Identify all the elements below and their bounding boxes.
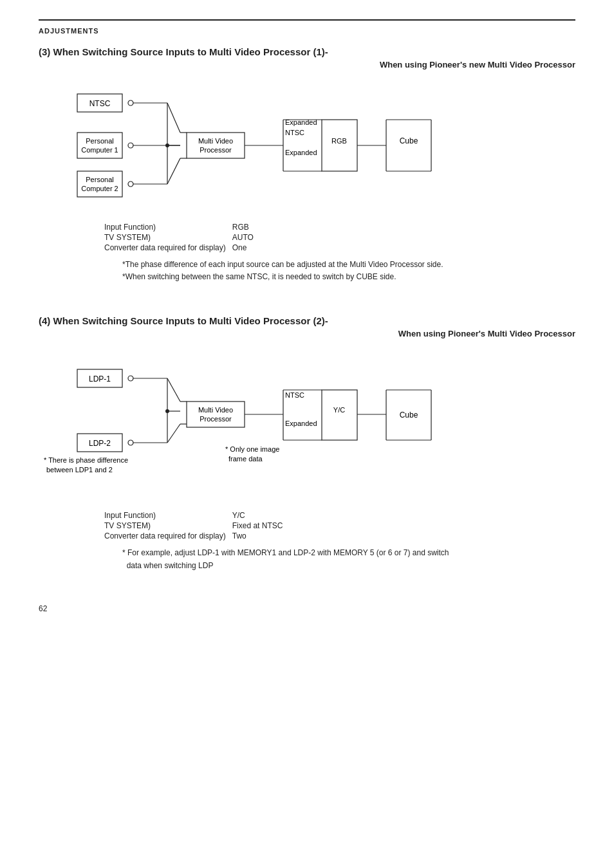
svg-text:Expanded: Expanded	[285, 149, 317, 156]
section4-subtitle: When using Pioneer's Multi Video Process…	[39, 329, 575, 338]
svg-text:Computer 2: Computer 2	[81, 185, 118, 192]
svg-text:frame data: frame data	[228, 455, 263, 463]
svg-text:Multi Video: Multi Video	[198, 406, 233, 414]
section3-info-table: Input Function) RGB TV SYSTEM) AUTO Conv…	[103, 221, 255, 254]
info-label-1: Input Function)	[104, 223, 231, 232]
page-section-label: ADJUSTMENTS	[39, 27, 575, 35]
svg-text:Processor: Processor	[200, 146, 232, 154]
info-label-3: Converter data required for display)	[104, 243, 231, 252]
svg-line-53	[167, 378, 180, 402]
page-number: 62	[39, 604, 575, 613]
svg-rect-57	[187, 402, 245, 427]
svg-text:NTSC: NTSC	[89, 99, 111, 108]
svg-text:Multi Video: Multi Video	[198, 137, 233, 145]
svg-rect-2	[77, 133, 122, 158]
section3-diagram: NTSC Personal Computer 1 Personal Comput…	[39, 81, 575, 210]
info-value-3: One	[232, 243, 254, 252]
svg-text:NTSC: NTSC	[285, 391, 304, 399]
svg-text:Personal: Personal	[86, 137, 113, 145]
info4-label-1: Input Function)	[104, 511, 231, 520]
section4-container: (4) When Switching Source Inputs to Mult…	[39, 315, 575, 571]
svg-line-55	[167, 424, 180, 443]
info4-value-2: Fixed at NTSC	[232, 521, 283, 530]
info4-label-3: Converter data required for display)	[104, 531, 231, 540]
svg-text:LDP-1: LDP-1	[89, 374, 111, 383]
section3-svg: NTSC Personal Computer 1 Personal Comput…	[39, 81, 489, 210]
svg-point-8	[128, 100, 133, 106]
section4-info-table: Input Function) Y/C TV SYSTEM) Fixed at …	[103, 510, 284, 542]
info4-value-3: Two	[232, 531, 283, 540]
section3-note-1: *The phase difference of each input sour…	[122, 259, 575, 271]
svg-text:Cube: Cube	[400, 411, 418, 420]
svg-text:LDP-2: LDP-2	[89, 439, 111, 448]
svg-point-48	[128, 440, 133, 445]
section3-note-2: *When switching between the same NTSC, i…	[122, 271, 575, 283]
svg-rect-5	[77, 171, 122, 197]
svg-text:RGB: RGB	[331, 137, 347, 145]
svg-text:* Only one image: * Only one image	[225, 445, 279, 453]
svg-text:between LDP1 and 2: between LDP1 and 2	[46, 466, 113, 474]
section3-subtitle: When using Pioneer's new Multi Video Pro…	[39, 60, 575, 69]
svg-rect-29	[322, 120, 357, 171]
svg-point-45	[128, 376, 133, 381]
svg-text:Cube: Cube	[400, 136, 418, 145]
svg-text:Y/C: Y/C	[333, 406, 345, 414]
section4-svg: LDP-1 LDP-2 Multi Video Processor	[39, 350, 489, 498]
info4-label-2: TV SYSTEM)	[104, 521, 231, 530]
section3-title: (3) When Switching Source Inputs to Mult…	[39, 46, 575, 57]
section4-title: (4) When Switching Source Inputs to Mult…	[39, 315, 575, 326]
svg-text:* There is phase difference: * There is phase difference	[44, 456, 128, 464]
info-value-1: RGB	[232, 223, 254, 232]
section4-note-1: * For example, adjust LDP-1 with MEMORY1…	[122, 547, 575, 571]
info-label-2: TV SYSTEM)	[104, 233, 231, 242]
section3-container: (3) When Switching Source Inputs to Mult…	[39, 46, 575, 283]
svg-point-15	[128, 181, 133, 187]
svg-text:Processor: Processor	[200, 415, 232, 423]
svg-text:Personal: Personal	[86, 176, 113, 183]
section4-notes: * For example, adjust LDP-1 with MEMORY1…	[122, 547, 575, 571]
info-value-2: AUTO	[232, 233, 254, 242]
section4-diagram: LDP-1 LDP-2 Multi Video Processor	[39, 350, 575, 498]
svg-text:Expanded: Expanded	[285, 420, 317, 427]
info4-value-1: Y/C	[232, 511, 283, 520]
svg-rect-66	[322, 390, 357, 440]
section-header-line	[39, 19, 575, 21]
svg-line-39	[167, 158, 180, 184]
svg-point-11	[128, 143, 133, 148]
svg-rect-18	[187, 133, 245, 158]
svg-line-37	[167, 103, 180, 133]
svg-text:NTSC: NTSC	[285, 129, 304, 136]
section3-notes: *The phase difference of each input sour…	[122, 259, 575, 283]
svg-text:Computer 1: Computer 1	[81, 146, 118, 154]
